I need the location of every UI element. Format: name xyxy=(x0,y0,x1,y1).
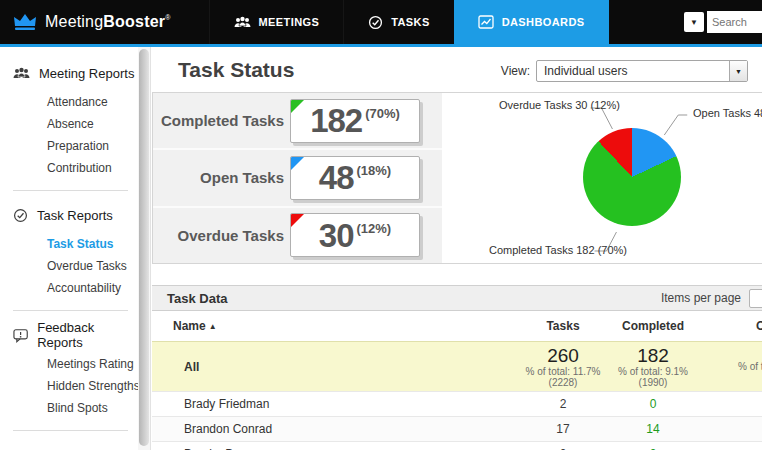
brand-name: MeetingBooster® xyxy=(45,13,171,31)
view-select[interactable]: Individual users ▼ xyxy=(536,60,748,82)
tasks-summary-cell: 260 % of total: 11.7% (2228) xyxy=(518,345,608,388)
tab-dashboards[interactable]: DASHBOARDS xyxy=(454,0,609,44)
sidebar-item-preparation[interactable]: Preparation xyxy=(0,135,138,157)
stat-box-overdue: 30 (12%) xyxy=(290,213,420,257)
search-scope-dropdown[interactable]: ▼ xyxy=(684,12,704,32)
view-control: View: Individual users ▼ xyxy=(501,60,748,82)
section-title: Feedback Reports xyxy=(37,320,138,350)
stat-percent: (12%) xyxy=(357,221,392,236)
sidebar-item-hidden-strengths[interactable]: Hidden Strengths xyxy=(0,375,138,397)
summary-panel: Completed Tasks 182 (70%) Open Tasks 48 … xyxy=(152,92,762,264)
table-row[interactable]: Brooke Brewer 0 0 xyxy=(152,441,762,450)
dashboards-chart-icon xyxy=(478,15,494,29)
crown-icon xyxy=(13,12,39,32)
completed-total: 182 xyxy=(608,345,698,366)
column-header-name[interactable]: Name▲ xyxy=(152,319,518,333)
section-title: Task Reports xyxy=(37,208,113,223)
sidebar-section-task-reports: Task Reports xyxy=(0,205,138,225)
page-title: Task Status xyxy=(178,58,294,82)
tab-label: TASKS xyxy=(391,16,429,28)
divider xyxy=(13,190,128,191)
tab-tasks[interactable]: TASKS xyxy=(343,0,453,44)
sidebar-section-feedback-reports: Feedback Reports xyxy=(0,325,138,345)
items-per-page-control: Items per page xyxy=(661,289,762,308)
table-row[interactable]: Brady Friedman 2 0 xyxy=(152,391,762,416)
task-data-title: Task Data xyxy=(167,291,227,306)
tab-label: DASHBOARDS xyxy=(502,16,585,28)
tasks-check-icon xyxy=(368,15,383,30)
pie-label-overdue: Overdue Tasks 30 (12%) xyxy=(499,99,620,111)
table-header-row: Name▲ Tasks Completed Open xyxy=(152,311,762,341)
sidebar-item-task-status[interactable]: Task Status xyxy=(0,233,138,255)
task-data-section: Task Data Items per page Name▲ Tasks Com… xyxy=(152,285,762,450)
pie-label-open: Open Tasks 48 (18%) xyxy=(693,107,762,119)
completed-grand-total: (1990) xyxy=(608,377,698,388)
stat-row-overdue: Overdue Tasks 30 (12%) xyxy=(153,208,442,263)
sidebar-item-attendance[interactable]: Attendance xyxy=(0,91,138,113)
table-row[interactable]: Brandon Conrad 17 14 xyxy=(152,416,762,441)
stat-value: 48 xyxy=(319,161,354,194)
stat-box-completed: 182 (70%) xyxy=(290,99,420,143)
stat-label: Open Tasks xyxy=(153,169,284,186)
sidebar: Meeting Reports Attendance Absence Prepa… xyxy=(0,47,138,450)
completed-pct: % of total: 9.1% xyxy=(608,366,698,377)
stat-row-completed: Completed Tasks 182 (70%) xyxy=(153,93,442,150)
column-header-tasks[interactable]: Tasks xyxy=(518,319,608,333)
column-header-open[interactable]: Open xyxy=(698,319,762,333)
tasks-grand-total: (2228) xyxy=(518,377,608,388)
stat-box-open: 48 (18%) xyxy=(290,156,420,200)
pie-chart-area: Overdue Tasks 30 (12%) Open Tasks 48 (18… xyxy=(442,93,762,263)
stat-percent: (18%) xyxy=(357,163,392,178)
open-pct: % of total: xyxy=(738,361,762,372)
brand-logo[interactable]: MeetingBooster® xyxy=(0,0,191,44)
row-tasks: 2 xyxy=(518,397,608,411)
search-input[interactable] xyxy=(707,11,762,33)
caret-down-icon: ▼ xyxy=(729,61,747,81)
scrollbar-thumb[interactable] xyxy=(139,49,149,446)
row-name: Brandon Conrad xyxy=(152,422,518,436)
top-nav: MeetingBooster® MEETINGS TASKS xyxy=(0,0,762,44)
feedback-bubble-icon xyxy=(13,328,28,343)
page-header: Task Status View: Individual users ▼ xyxy=(151,47,762,92)
stat-percent: (70%) xyxy=(365,106,400,121)
sidebar-scrollbar[interactable] xyxy=(138,47,151,450)
meetings-people-icon xyxy=(234,16,251,29)
row-name: Brady Friedman xyxy=(152,397,518,411)
sidebar-item-contribution[interactable]: Contribution xyxy=(0,157,138,179)
stat-label: Completed Tasks xyxy=(153,112,284,129)
task-data-header: Task Data Items per page xyxy=(152,285,762,311)
tab-label: MEETINGS xyxy=(259,16,320,28)
view-label: View: xyxy=(501,64,530,78)
completed-summary-cell: 182 % of total: 9.1% (1990) xyxy=(608,345,698,388)
table-row-all[interactable]: All 260 % of total: 11.7% (2228) 182 % o… xyxy=(152,341,762,391)
sidebar-item-meetings-rating[interactable]: Meetings Rating xyxy=(0,353,138,375)
sidebar-item-overdue-tasks[interactable]: Overdue Tasks xyxy=(0,255,138,277)
divider xyxy=(13,310,128,311)
tab-meetings[interactable]: MEETINGS xyxy=(209,0,344,44)
people-icon xyxy=(13,67,30,80)
row-tasks: 17 xyxy=(518,422,608,436)
row-completed: 0 xyxy=(608,397,698,411)
section-title: Meeting Reports xyxy=(39,66,134,81)
sidebar-item-absence[interactable]: Absence xyxy=(0,113,138,135)
blue-corner-flag xyxy=(291,157,304,170)
caret-down-icon: ▼ xyxy=(690,18,698,27)
red-corner-flag xyxy=(291,214,304,227)
stat-value: 30 xyxy=(319,219,354,252)
sidebar-section-meeting-reports: Meeting Reports xyxy=(0,63,138,83)
nav-tabs: MEETINGS TASKS DASHBOARDS xyxy=(209,0,609,44)
row-completed: 14 xyxy=(608,422,698,436)
divider xyxy=(13,430,128,431)
column-header-completed[interactable]: Completed xyxy=(608,319,698,333)
stats-column: Completed Tasks 182 (70%) Open Tasks 48 … xyxy=(153,93,442,263)
tasks-total: 260 xyxy=(518,345,608,366)
sidebar-item-blind-spots[interactable]: Blind Spots xyxy=(0,397,138,419)
open-summary-cell: % of total: xyxy=(698,361,762,372)
view-select-value: Individual users xyxy=(537,64,729,78)
main-content: Task Status View: Individual users ▼ Com… xyxy=(151,47,762,450)
nav-right: ▼ xyxy=(684,0,762,44)
pie-chart[interactable] xyxy=(583,128,681,226)
check-circle-icon xyxy=(13,208,28,223)
items-per-page-select[interactable] xyxy=(749,289,762,308)
sidebar-item-accountability[interactable]: Accountability xyxy=(0,277,138,299)
